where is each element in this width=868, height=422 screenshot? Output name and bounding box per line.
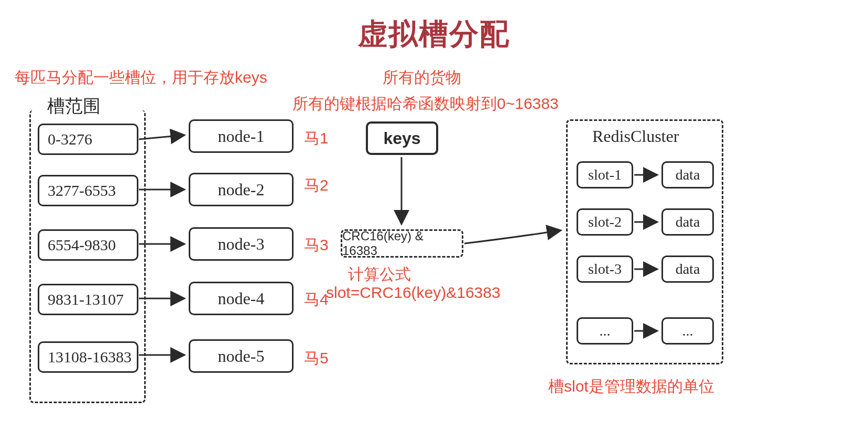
node-box: node-3 bbox=[189, 227, 294, 261]
slot-range-box: 3277-6553 bbox=[38, 175, 138, 206]
node-box: node-4 bbox=[189, 282, 294, 315]
label-hash-map: 所有的键根据哈希函数映射到0~16383 bbox=[292, 93, 559, 115]
crc-box: CRC16(key) & 16383 bbox=[341, 229, 463, 258]
label-horse-allocation: 每匹马分配一些槽位，用于存放keys bbox=[15, 67, 267, 88]
keys-box: keys bbox=[366, 121, 438, 155]
node-box: node-1 bbox=[189, 119, 294, 153]
page-title: 虚拟槽分配 bbox=[0, 15, 868, 54]
label-formula-1: 计算公式 bbox=[348, 264, 411, 285]
slot-range-box: 13108-16383 bbox=[38, 341, 138, 373]
data-box: data bbox=[661, 208, 714, 236]
slot-box: ... bbox=[577, 317, 633, 345]
label-slot-unit: 槽slot是管理数据的单位 bbox=[548, 376, 714, 397]
slot-range-box: 6554-9830 bbox=[38, 229, 138, 261]
data-box: data bbox=[661, 161, 714, 188]
slot-box: slot-2 bbox=[577, 208, 633, 236]
horse-label: 马3 bbox=[304, 235, 329, 256]
slot-box: slot-3 bbox=[577, 256, 633, 283]
horse-label: 马5 bbox=[304, 348, 329, 369]
slot-range-title: 槽范围 bbox=[45, 94, 103, 118]
cluster-title: RedisCluster bbox=[592, 127, 679, 146]
horse-label: 马2 bbox=[304, 175, 329, 196]
svg-line-0 bbox=[139, 135, 185, 139]
data-box: data bbox=[661, 256, 714, 283]
slot-range-box: 0-3276 bbox=[38, 124, 138, 155]
label-formula-2: slot=CRC16(key)&16383 bbox=[326, 284, 501, 302]
slot-box: slot-1 bbox=[577, 161, 633, 188]
slot-range-box: 9831-13107 bbox=[38, 284, 138, 315]
horse-label: 马1 bbox=[304, 128, 329, 149]
node-box: node-2 bbox=[189, 173, 294, 206]
horse-label: 马4 bbox=[304, 289, 329, 310]
data-box: ... bbox=[661, 317, 714, 345]
label-all-goods: 所有的货物 bbox=[383, 67, 461, 88]
node-box: node-5 bbox=[189, 339, 294, 373]
